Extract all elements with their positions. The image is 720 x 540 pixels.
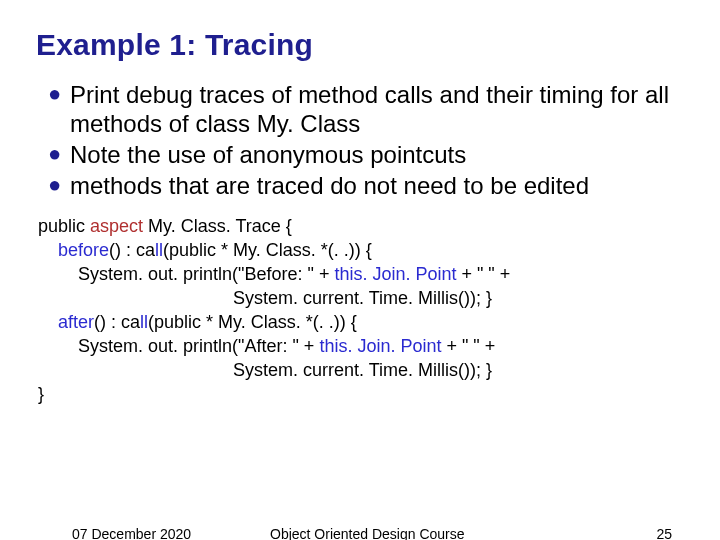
keyword-before: before [38,240,109,260]
bullet-icon: ● [48,80,70,108]
code-text: System. current. Time. Millis()); } [38,360,492,380]
keyword-thisjoinpoint: this. Join. Point [334,264,456,284]
list-item: ● methods that are traced do not need to… [48,171,684,200]
slide-title: Example 1: Tracing [36,28,684,62]
code-text: public [38,216,90,236]
code-text: + " " + [456,264,510,284]
bullet-list: ● Print debug traces of method calls and… [36,80,684,200]
code-text: (public * My. Class. *(. .)) { [148,312,357,332]
code-text: System. out. println("Before: " + [38,264,334,284]
code-text: + " " + [441,336,495,356]
list-item: ● Print debug traces of method calls and… [48,80,684,138]
keyword-call: ll [140,312,148,332]
keyword-aspect: aspect [90,216,143,236]
keyword-call: ll [155,240,163,260]
footer-date: 07 December 2020 [72,526,191,540]
code-text: () : ca [109,240,155,260]
bullet-text: Note the use of anonymous pointcuts [70,140,466,169]
code-text: } [38,384,44,404]
code-text: System. out. println("After: " + [38,336,319,356]
code-block: public aspect My. Class. Trace { before(… [38,214,684,406]
bullet-text: Print debug traces of method calls and t… [70,80,684,138]
footer-page-number: 25 [656,526,672,540]
keyword-after: after [38,312,94,332]
code-text: System. current. Time. Millis()); } [38,288,492,308]
bullet-icon: ● [48,171,70,199]
footer-course: Object Oriented Design Course [270,526,465,540]
keyword-thisjoinpoint: this. Join. Point [319,336,441,356]
code-text: (public * My. Class. *(. .)) { [163,240,372,260]
bullet-icon: ● [48,140,70,168]
code-text: () : ca [94,312,140,332]
list-item: ● Note the use of anonymous pointcuts [48,140,684,169]
code-text: My. Class. Trace { [143,216,292,236]
bullet-text: methods that are traced do not need to b… [70,171,589,200]
